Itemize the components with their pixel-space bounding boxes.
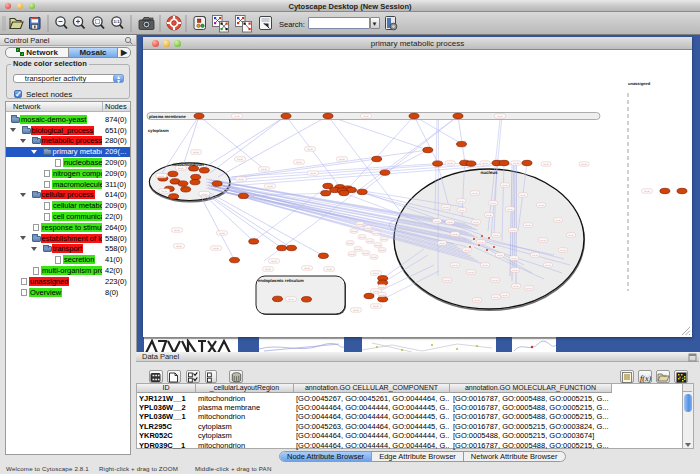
svg-text:xx-xx: xx-xx bbox=[373, 232, 379, 235]
svg-text:endoplasmic reticulum: endoplasmic reticulum bbox=[258, 278, 304, 283]
svg-text:xx-xx: xx-xx bbox=[434, 220, 440, 223]
svg-text:xx-xx: xx-xx bbox=[363, 115, 369, 118]
svg-text:xx-xx: xx-xx bbox=[237, 158, 243, 161]
svg-text:xx-xx: xx-xx bbox=[581, 163, 587, 166]
svg-text:xx-xx: xx-xx bbox=[296, 161, 302, 164]
svg-text:xx-xx: xx-xx bbox=[560, 249, 566, 252]
svg-text:xx-xx: xx-xx bbox=[447, 162, 453, 165]
svg-text:xx-xx: xx-xx bbox=[472, 192, 478, 195]
svg-text:xx-xx: xx-xx bbox=[355, 248, 361, 251]
svg-text:cytoplasm: cytoplasm bbox=[148, 128, 169, 133]
svg-text:xx-xx: xx-xx bbox=[478, 241, 484, 244]
svg-text:xx-xx: xx-xx bbox=[379, 286, 385, 289]
svg-text:xx-xx: xx-xx bbox=[526, 287, 532, 290]
svg-text:xx-xx: xx-xx bbox=[493, 234, 499, 237]
svg-text:xx-xx: xx-xx bbox=[513, 162, 519, 165]
svg-text:xx-xx: xx-xx bbox=[238, 178, 244, 181]
svg-text:xx-xx: xx-xx bbox=[373, 272, 379, 275]
svg-text:xx-xx: xx-xx bbox=[439, 242, 445, 245]
svg-text:xx-xx: xx-xx bbox=[482, 264, 488, 267]
svg-text:xx-xx: xx-xx bbox=[267, 185, 273, 188]
svg-text:xx-xx: xx-xx bbox=[367, 240, 373, 243]
svg-text:f(x): f(x) bbox=[640, 374, 651, 383]
svg-text:xx-xx: xx-xx bbox=[365, 227, 371, 230]
svg-text:xx-xx: xx-xx bbox=[464, 249, 470, 252]
svg-text:xx-xx: xx-xx bbox=[349, 253, 355, 256]
svg-text:xx-xx: xx-xx bbox=[288, 298, 294, 301]
svg-text:xx-xx: xx-xx bbox=[202, 193, 208, 196]
svg-text:xx-xx: xx-xx bbox=[159, 175, 165, 178]
svg-text:xx-xx: xx-xx bbox=[234, 115, 240, 118]
svg-text:xx-xx: xx-xx bbox=[443, 206, 449, 209]
svg-text:xx-xx: xx-xx bbox=[447, 221, 453, 224]
svg-text:xx-xx: xx-xx bbox=[532, 254, 538, 257]
svg-text:xx-xx: xx-xx bbox=[176, 245, 182, 248]
svg-text:xx-xx: xx-xx bbox=[261, 168, 267, 171]
svg-text:xx-xx: xx-xx bbox=[371, 256, 377, 259]
svg-text:xx-xx: xx-xx bbox=[310, 172, 316, 175]
svg-text:xx-xx: xx-xx bbox=[379, 294, 385, 297]
svg-text:xx-xx: xx-xx bbox=[490, 202, 496, 205]
svg-text:xx-xx: xx-xx bbox=[359, 236, 365, 239]
svg-text:1:1: 1:1 bbox=[113, 19, 120, 24]
svg-text:xx-xx: xx-xx bbox=[357, 223, 363, 226]
svg-text:xx-xx: xx-xx bbox=[339, 158, 345, 161]
svg-text:xx-xx: xx-xx bbox=[265, 268, 271, 271]
svg-text:xx-xx: xx-xx bbox=[486, 214, 492, 217]
svg-text:xx-xx: xx-xx bbox=[493, 296, 499, 299]
svg-text:xx-xx: xx-xx bbox=[497, 115, 503, 118]
svg-text:xx-xx: xx-xx bbox=[326, 268, 332, 271]
svg-text:xx-xx: xx-xx bbox=[507, 208, 513, 211]
svg-text:xx-xx: xx-xx bbox=[452, 233, 458, 236]
svg-text:xx-xx: xx-xx bbox=[497, 254, 503, 257]
svg-text:xx-xx: xx-xx bbox=[174, 229, 180, 232]
svg-text:xx-xx: xx-xx bbox=[520, 194, 526, 197]
svg-text:xx-xx: xx-xx bbox=[271, 260, 277, 263]
svg-text:xx-xx: xx-xx bbox=[379, 249, 385, 252]
svg-text:xx-xx: xx-xx bbox=[510, 229, 516, 232]
svg-text:nucleus: nucleus bbox=[480, 170, 498, 175]
svg-text:xx-xx: xx-xx bbox=[219, 232, 225, 235]
svg-text:xx-xx: xx-xx bbox=[512, 269, 518, 272]
svg-text:xx-xx: xx-xx bbox=[373, 305, 379, 308]
svg-text:xx-xx: xx-xx bbox=[444, 279, 450, 282]
svg-text:xx-xx: xx-xx bbox=[307, 148, 313, 151]
svg-text:xx-xx: xx-xx bbox=[538, 204, 544, 207]
svg-text:xx-xx: xx-xx bbox=[511, 257, 517, 260]
svg-text:xx-xx: xx-xx bbox=[353, 309, 359, 312]
svg-text:xx-xx: xx-xx bbox=[468, 271, 474, 274]
svg-text:xx-xx: xx-xx bbox=[458, 200, 464, 203]
svg-text:xx-xx: xx-xx bbox=[381, 238, 387, 241]
svg-text:xx-xx: xx-xx bbox=[502, 184, 508, 187]
svg-text:xx-xx: xx-xx bbox=[452, 264, 458, 267]
svg-text:xx-xx: xx-xx bbox=[304, 267, 310, 270]
svg-text:plasma membrane: plasma membrane bbox=[149, 114, 186, 119]
svg-text:xx-xx: xx-xx bbox=[375, 244, 381, 247]
svg-text:xx-xx: xx-xx bbox=[644, 190, 650, 193]
svg-text:xx-xx: xx-xx bbox=[162, 190, 168, 193]
svg-text:xx-xx: xx-xx bbox=[568, 234, 574, 237]
svg-text:xx-xx: xx-xx bbox=[213, 247, 219, 250]
svg-text:xx-xx: xx-xx bbox=[363, 252, 369, 255]
svg-text:xx-xx: xx-xx bbox=[193, 151, 199, 154]
svg-text:xx-xx: xx-xx bbox=[474, 299, 480, 302]
svg-text:xx-xx: xx-xx bbox=[473, 221, 479, 224]
svg-text:xx-xx: xx-xx bbox=[459, 209, 465, 212]
svg-text:xx-xx: xx-xx bbox=[482, 162, 488, 165]
svg-text:unassigned: unassigned bbox=[628, 81, 651, 86]
svg-text:mitochondrion: mitochondrion bbox=[172, 162, 204, 167]
svg-text:xx-xx: xx-xx bbox=[513, 285, 519, 288]
svg-text:xx-xx: xx-xx bbox=[347, 242, 353, 245]
svg-text:xx-xx: xx-xx bbox=[543, 163, 549, 166]
svg-text:xx-xx: xx-xx bbox=[492, 279, 498, 282]
svg-text:xx-xx: xx-xx bbox=[502, 294, 508, 297]
svg-text:xx-xx: xx-xx bbox=[178, 167, 184, 170]
svg-text:xx-xx: xx-xx bbox=[540, 239, 546, 242]
svg-text:xx-xx: xx-xx bbox=[525, 224, 531, 227]
svg-text:xx-xx: xx-xx bbox=[351, 230, 357, 233]
svg-text:xx-xx: xx-xx bbox=[545, 264, 551, 267]
svg-text:xx-xx: xx-xx bbox=[555, 219, 561, 222]
